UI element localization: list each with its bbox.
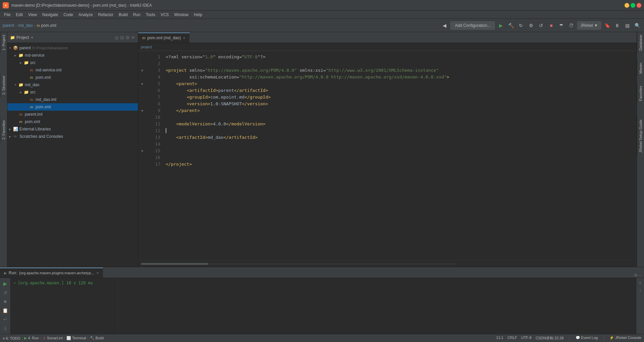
search-everywhere-icon[interactable]: 🔍 [633,21,641,30]
maximize-button[interactable] [631,3,635,8]
scroll-to-end-button[interactable]: ⇓ [2,325,9,332]
rebuild-icon[interactable]: ↻ [517,21,525,30]
status-encoding[interactable]: UTF-8 [521,336,531,341]
menu-help[interactable]: Help [191,12,205,18]
tree-item-md-dao-pom[interactable]: m pom.xml [7,103,138,111]
tree-arrow-md-service[interactable]: ▶ [13,53,18,58]
status-git[interactable]: CSDN录制 22:28 [536,336,564,341]
build-icon[interactable]: 🔨 [507,21,515,30]
editor-scrollbar-area[interactable] [138,260,637,267]
scrollbar-thumb[interactable] [141,263,208,265]
menu-window[interactable]: Window [171,12,191,18]
favorites-right-tab[interactable]: Favorites [637,83,644,104]
tree-item-md-dao-iml[interactable]: m md_dao.iml [7,96,138,103]
tree-item-md-dao[interactable]: ▼ 📁 md_dao [7,81,138,89]
rerun-icon[interactable]: ↺ [537,21,545,30]
tree-item-md-service[interactable]: ▶ 📁 md-service [7,52,138,59]
menu-run[interactable]: Run [130,12,143,18]
menu-refactor[interactable]: Refactor [96,12,116,18]
project-tab[interactable]: 1: Project [0,32,7,53]
fold-arrow-3[interactable]: ▼ [138,67,146,74]
collapse-all-icon[interactable]: ⊟ [120,35,124,40]
close-panel-icon[interactable]: ✕ [131,35,135,40]
tree-arrow-md-dao[interactable]: ▼ [13,82,18,88]
tree-arrow-md-dao-src[interactable]: ▶ [18,90,23,95]
editor-content[interactable]: ▼ ▼ ▼ ▼ 1 2 3 4 5 6 7 8 9 10 11 12 13 14 [138,51,637,260]
tree-arrow-parent[interactable]: ▼ [7,45,13,51]
soft-wrap-button[interactable]: ↵ [2,316,9,323]
settings-icon[interactable]: ⚙ [125,35,130,40]
maven-tab[interactable]: Maven [637,60,644,76]
bookmark-icon[interactable]: 🔖 [603,21,611,30]
status-event-log[interactable]: 💬 Event Log [576,336,598,341]
tree-item-md-service-iml[interactable]: m md-service.iml [7,66,138,74]
status-linesep[interactable]: CRLF [507,336,517,341]
status-todo[interactable]: ≡ 6: TODO [3,336,20,340]
jrebel-setup-tab[interactable]: JRebel Setup Guide [637,117,644,155]
run-output-panel[interactable]: ✓ [org.apache.maven.] 10 s 128 ms [11,278,118,334]
rerun-failed-button[interactable]: ↺ [2,290,9,296]
run-icon[interactable]: ▶ [497,21,505,30]
menu-code[interactable]: Code [61,12,76,18]
tree-item-parent[interactable]: ▼ 📦 parent D:\Project\idea\parent [7,44,138,52]
locate-file-icon[interactable]: ◎ [115,35,119,40]
favorites-tab[interactable]: 2: Favorites [0,118,7,142]
minimize-bottom-icon[interactable]: − [639,273,641,278]
editor-tab-pom[interactable]: m pom.xml (md_dao) ✕ [138,33,190,43]
run-tab-close[interactable]: ✕ [96,271,99,275]
menu-analyze[interactable]: Analyze [76,12,96,18]
breadcrumb-parent[interactable]: parent [3,23,14,28]
menu-view[interactable]: View [25,12,40,18]
minimize-button[interactable] [625,3,629,8]
status-run[interactable]: ▶ 4: Run [24,336,39,340]
menu-file[interactable]: File [1,12,13,18]
run-output-area[interactable] [118,278,636,334]
structure-tab[interactable]: 2: Structure [0,73,7,98]
rerun-button[interactable]: ▶ [2,281,9,287]
navigate-back-icon[interactable]: ◀ [440,21,448,30]
horizontal-scrollbar[interactable] [141,263,456,265]
tree-item-parent-pom[interactable]: m pom.xml [7,118,138,125]
tree-item-scratches[interactable]: ▶ ✏ Scratches and Consoles [7,133,138,140]
breakpoints-icon[interactable]: ⏸ [613,21,621,30]
tree-item-md-dao-src[interactable]: ▶ 📁 src [7,89,138,96]
coverage-icon[interactable]: ☂ [557,21,565,30]
menu-tools[interactable]: Tools [143,12,158,18]
jrebel-button[interactable]: JRebel ▼ [577,21,601,30]
menu-build[interactable]: Build [116,12,130,18]
tree-item-parent-iml[interactable]: m parent.iml [7,111,138,118]
code-editor[interactable]: <?xml version="1.0" encoding="UTF-8"?> <… [163,51,637,260]
run-right-icon2[interactable]: ↕ [639,288,641,293]
status-jrebel-console[interactable]: ⚡ JRebel Console [609,336,641,341]
status-terminal[interactable]: ⬜ Terminal [66,336,86,340]
settings-bottom-icon[interactable]: ⚙ [634,273,638,278]
tree-item-md-service-pom[interactable]: m pom.xml [7,74,138,81]
status-sonarlint[interactable]: ⚠ SonarLint [43,336,63,340]
run-right-icon1[interactable]: ≡ [639,281,641,285]
tree-arrow-md-service-src[interactable]: ▶ [18,60,23,65]
tab-close-button[interactable]: ✕ [183,36,185,40]
tree-item-md-service-src[interactable]: ▶ 📁 src [7,59,138,66]
profiler-icon[interactable]: ⏱ [567,21,575,30]
menu-vcs[interactable]: VCS [158,12,172,18]
stop-icon[interactable]: ■ [547,21,555,30]
menu-navigate[interactable]: Navigate [40,12,61,18]
title-controls[interactable] [625,3,641,8]
status-build[interactable]: 🔨 Build [90,336,104,340]
fold-arrow-9[interactable]: ▼ [138,107,146,114]
fold-arrow-15[interactable]: ▼ [138,148,146,154]
run-config-icon[interactable]: ⚙ [527,21,535,30]
stop-run-button[interactable]: ■ [2,298,9,305]
run-tab[interactable]: ▶ Run: [org.apache.maven.plugins:maven-a… [0,268,103,278]
close-button[interactable] [637,3,641,8]
add-configuration-button[interactable]: Add Configuration... [450,21,495,30]
tree-arrow-external-libs[interactable]: ▶ [7,126,13,132]
tree-arrow-scratches[interactable]: ▶ [7,134,13,139]
project-dropdown-icon[interactable]: ▼ [30,36,34,40]
tree-item-external-libs[interactable]: ▶ 📊 External Libraries [7,125,138,133]
menu-edit[interactable]: Edit [13,12,25,18]
layout-icon[interactable]: ▤ [623,21,631,30]
fold-arrow-5[interactable]: ▼ [138,80,146,87]
status-position[interactable]: 11:1 [496,336,503,341]
dump-threads-button[interactable]: 📋 [2,307,9,314]
